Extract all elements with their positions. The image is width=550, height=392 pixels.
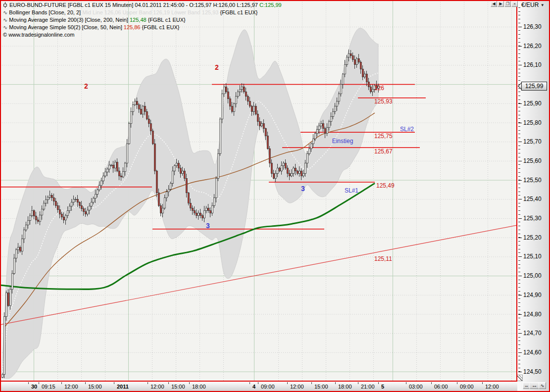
- time-axis-label: 03:00: [409, 384, 423, 390]
- time-axis-tick: [28, 382, 29, 384]
- price-axis-label: 126,30: [523, 23, 542, 30]
- time-axis-tick: [148, 382, 148, 384]
- level-label: 125,49: [376, 182, 395, 189]
- time-axis-label: 06:00: [434, 384, 448, 390]
- time-axis-label: 12:00: [290, 384, 304, 390]
- time-axis-label: 15:00: [314, 384, 328, 390]
- time-axis-tick: [114, 382, 114, 384]
- time-axis-tick: [189, 382, 190, 384]
- trendline-label: 125,11: [374, 255, 392, 262]
- price-axis-tick: [518, 218, 522, 219]
- window-controls: ◀▶❐×: [491, 1, 518, 7]
- annotation-3: 3: [301, 185, 305, 193]
- arrow-right-icon[interactable]: ▶: [498, 1, 504, 7]
- price-axis-label: 124,80: [523, 311, 542, 318]
- price-axis-tick: [518, 314, 522, 315]
- price-axis-tick: [518, 65, 522, 65]
- time-axis-tick: [311, 382, 312, 384]
- price-axis-label: 125,20: [523, 234, 542, 241]
- annotation-3: 3: [206, 222, 210, 230]
- axis-separator-horizontal: [0, 381, 517, 382]
- time-axis-label: 30: [31, 384, 37, 390]
- price-axis-label: 126,20: [523, 43, 542, 49]
- price-axis-tick: [518, 199, 522, 199]
- time-axis-label: 18:00: [192, 384, 206, 390]
- time-axis-tick: [457, 382, 457, 384]
- restore-window-icon[interactable]: ❐: [504, 1, 511, 7]
- time-axis-tick: [168, 382, 169, 384]
- price-axis-label: 124,60: [523, 349, 542, 356]
- level-label: 126: [374, 85, 384, 92]
- chevron-down-icon: ▼: [541, 3, 545, 7]
- price-axis-label: 125,60: [523, 157, 542, 164]
- level-label: 125,93: [374, 98, 393, 105]
- price-axis-tick: [518, 161, 522, 161]
- price-axis-unit[interactable]: €/EUR ▼: [521, 1, 545, 8]
- time-axis-tick: [335, 382, 336, 384]
- price-axis-label: 125,80: [523, 119, 542, 126]
- axis-separator-vertical: [516, 0, 517, 381]
- time-axis-label: 5: [381, 384, 384, 390]
- time-axis-tick: [431, 382, 432, 384]
- price-axis-label: 124,70: [523, 330, 542, 337]
- price-axis-label: 125,90: [523, 100, 542, 107]
- price-axis-label: 125,50: [523, 177, 542, 184]
- time-axis-label: 09:00: [261, 384, 275, 390]
- price-axis-tick: [518, 352, 522, 353]
- time-axis-label: 12:00: [150, 384, 164, 390]
- price-axis-label: 125,00: [523, 272, 542, 279]
- window-border-top: [0, 0, 550, 1]
- price-axis-label: 124,90: [523, 292, 542, 298]
- price-axis-label: 124,50: [523, 368, 542, 375]
- chart-window: 126125,93125,75125,67125,49125,112233SL#…: [0, 0, 550, 392]
- corner-toolbar: ↔↔∿: [518, 379, 549, 392]
- price-axis[interactable]: €/EUR ▼ 125,99 126,30126,20126,10126,001…: [517, 0, 549, 392]
- time-axis[interactable]: 3009:1512:0015:00201112:0015:0018:00409:…: [0, 382, 517, 392]
- price-axis-minor-ticks: [518, 7, 520, 377]
- price-axis-tick: [518, 333, 522, 334]
- time-axis-label: 15:00: [88, 384, 102, 390]
- time-axis-tick: [39, 382, 39, 384]
- arrow-left-icon[interactable]: ◀: [491, 1, 497, 7]
- time-axis-tick: [250, 382, 250, 384]
- price-axis-tick: [518, 372, 522, 372]
- price-axis-label: 126,10: [523, 61, 542, 68]
- annotation-SL#1: SL#1: [345, 187, 358, 194]
- price-axis-label: 125,40: [523, 196, 542, 202]
- annotation-2: 2: [215, 63, 219, 71]
- scale-x-wide-icon[interactable]: ↔: [529, 382, 539, 389]
- annotation-Einstieg: Einstieg: [332, 138, 353, 145]
- time-axis-label: 4: [252, 384, 255, 390]
- last-price-tag: 125,99: [519, 82, 547, 91]
- level-label: 125,67: [374, 148, 393, 155]
- price-axis-tick: [518, 256, 522, 257]
- time-axis-tick: [358, 382, 358, 384]
- annotation-SL#2: SL#2: [400, 126, 414, 133]
- price-axis-tick: [518, 180, 522, 181]
- window-border-left: [0, 0, 1, 392]
- time-axis-label: 09:00: [460, 384, 474, 390]
- time-axis-tick: [61, 382, 62, 384]
- candlestick-chart-canvas[interactable]: 126125,93125,75125,67125,49125,112233SL#…: [0, 0, 517, 381]
- close-icon[interactable]: ×: [511, 1, 518, 7]
- price-axis-tick: [518, 295, 522, 295]
- price-axis-tick: [518, 142, 522, 142]
- price-axis-label: 125,30: [523, 215, 542, 222]
- time-axis-label: 2011: [117, 384, 129, 390]
- time-axis-tick: [378, 382, 379, 384]
- annotation-2: 2: [84, 82, 88, 90]
- scale-price-icon[interactable]: ∿: [539, 382, 546, 389]
- price-axis-tick: [518, 27, 522, 27]
- time-axis-tick: [482, 382, 483, 384]
- time-axis-tick: [406, 382, 406, 384]
- price-axis-label: 125,10: [523, 253, 542, 260]
- time-axis-label: 09:15: [42, 384, 55, 390]
- chart-plot-area[interactable]: 126125,93125,75125,67125,49125,112233SL#…: [0, 0, 517, 381]
- time-axis-label: 15:00: [171, 384, 185, 390]
- price-tag-value: 125,99: [521, 82, 547, 91]
- time-axis-tick: [258, 382, 258, 384]
- price-axis-tick: [518, 46, 522, 47]
- price-axis-tick: [518, 238, 522, 238]
- price-axis-label: 125,70: [523, 138, 542, 145]
- price-axis-tick: [518, 276, 522, 276]
